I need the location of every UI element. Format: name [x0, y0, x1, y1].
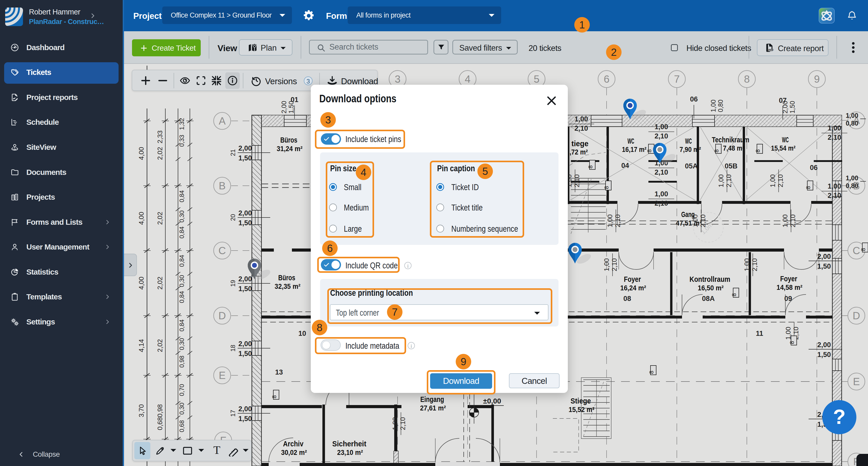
svg-text:4: 4 [465, 73, 470, 85]
svg-text:21: 21 [229, 149, 237, 156]
svg-text:2,10: 2,10 [399, 417, 407, 430]
svg-text:Gang: Gang [681, 210, 695, 219]
svg-text:1,00: 1,00 [655, 123, 668, 131]
svg-text:C: C [219, 245, 226, 256]
svg-text:16,50 m²: 16,50 m² [698, 284, 723, 292]
svg-text:2,10: 2,10 [789, 214, 797, 227]
svg-text:8: 8 [860, 248, 866, 251]
svg-text:1,00: 1,00 [717, 174, 725, 188]
svg-text:7,48 m²: 7,48 m² [723, 145, 745, 152]
svg-text:D: D [853, 310, 860, 321]
svg-text:27,61 m²: 27,61 m² [420, 404, 446, 412]
svg-text:15,52 m²: 15,52 m² [568, 406, 594, 413]
svg-text:1,00: 1,00 [846, 174, 859, 182]
svg-text:2,10: 2,10 [611, 258, 618, 272]
svg-text:Stiege: Stiege [571, 397, 591, 405]
svg-text:8: 8 [744, 73, 750, 85]
svg-text:0,33: 0,33 [178, 135, 185, 147]
svg-text:1,00: 1,00 [828, 124, 841, 132]
svg-text:A: A [219, 115, 226, 127]
svg-text:47,51 m²: 47,51 m² [676, 219, 702, 227]
svg-text:tiege: tiege [571, 139, 588, 148]
svg-text:1,50: 1,50 [239, 285, 252, 293]
svg-text:2,00: 2,00 [239, 145, 252, 152]
svg-text:1,50: 1,50 [817, 351, 831, 359]
svg-text:05A: 05A [685, 162, 698, 170]
svg-text:0,84: 0,84 [178, 226, 185, 239]
svg-text:2,10: 2,10 [655, 199, 668, 207]
svg-text:2,00: 2,00 [280, 101, 287, 114]
svg-text:Büros: Büros [280, 135, 297, 144]
svg-text:8: 8 [271, 395, 277, 398]
svg-text:Foyer: Foyer [624, 275, 641, 283]
svg-text:8: 8 [587, 165, 594, 168]
svg-text:3,70: 3,70 [137, 404, 145, 417]
svg-text:,72 m²: ,72 m² [570, 148, 588, 156]
svg-text:Büros: Büros [278, 273, 295, 282]
svg-text:7: 7 [674, 73, 680, 85]
svg-text:8: 8 [646, 149, 653, 152]
svg-text:Kontrollraum: Kontrollraum [689, 275, 730, 283]
svg-text:30,02 m²: 30,02 m² [281, 449, 307, 457]
svg-text:8: 8 [713, 149, 720, 152]
svg-text:16,24 m²: 16,24 m² [620, 284, 646, 292]
svg-text:8: 8 [805, 186, 811, 189]
svg-text:08: 08 [623, 295, 631, 303]
svg-text:3: 3 [395, 73, 400, 85]
svg-text:0,84: 0,84 [178, 255, 185, 267]
svg-text:1,00: 1,00 [743, 258, 751, 272]
svg-text:Foyer: Foyer [780, 274, 797, 283]
svg-text:2,10: 2,10 [725, 174, 733, 188]
svg-text:1,00: 1,00 [655, 190, 668, 198]
svg-text:Archiv: Archiv [283, 439, 304, 448]
svg-text:06: 06 [690, 95, 698, 103]
svg-text:04: 04 [621, 162, 629, 169]
svg-text:Technikraum: Technikraum [712, 135, 749, 144]
svg-text:WC: WC [627, 137, 634, 145]
svg-text:0,70: 0,70 [178, 384, 185, 396]
svg-text:1,00: 1,00 [846, 112, 859, 119]
svg-text:8: 8 [648, 371, 655, 374]
svg-text:0,80: 0,80 [846, 182, 859, 189]
svg-text:0,84: 0,84 [178, 291, 185, 303]
svg-text:19: 19 [229, 280, 237, 287]
svg-text:E: E [853, 376, 860, 387]
svg-text:2,02: 2,02 [156, 212, 164, 225]
svg-text:8: 8 [603, 186, 610, 189]
svg-text:18: 18 [229, 345, 237, 352]
svg-text:2,00: 2,00 [239, 405, 252, 413]
svg-text:4,00: 4,00 [137, 147, 145, 160]
svg-text:32,35 m²: 32,35 m² [275, 283, 301, 290]
svg-text:13: 13 [275, 368, 283, 376]
svg-text:08A: 08A [702, 295, 715, 303]
svg-text:14,58 m²: 14,58 m² [777, 284, 802, 291]
svg-text:1,50: 1,50 [239, 415, 252, 423]
svg-text:5: 5 [534, 73, 539, 85]
svg-text:7,90 m²: 7,90 m² [680, 146, 701, 153]
svg-text:2,02: 2,02 [156, 147, 164, 160]
svg-text:2,10: 2,10 [575, 125, 588, 132]
svg-text:15,54 m²: 15,54 m² [771, 145, 796, 152]
svg-text:9: 9 [814, 73, 820, 85]
svg-text:D: D [219, 310, 226, 321]
svg-text:WC: WC [685, 137, 692, 145]
svg-text:8: 8 [754, 149, 761, 152]
svg-text:6: 6 [604, 73, 610, 85]
svg-text:1,00: 1,00 [603, 258, 611, 272]
svg-text:1,50: 1,50 [239, 219, 252, 227]
svg-text:0,80: 0,80 [717, 100, 724, 112]
svg-text:31,24 m²: 31,24 m² [277, 145, 303, 153]
svg-text:C: C [853, 245, 860, 256]
svg-text:1,50: 1,50 [239, 154, 252, 162]
svg-text:16,17 m²: 16,17 m² [622, 146, 647, 153]
svg-text:11: 11 [756, 330, 764, 337]
svg-text:2,00: 2,00 [239, 340, 252, 348]
svg-text:2,10: 2,10 [655, 132, 668, 140]
svg-text:0,30: 0,30 [178, 403, 185, 415]
svg-text:2,33: 2,33 [156, 130, 164, 144]
svg-text:0,30: 0,30 [178, 275, 185, 287]
svg-text:8: 8 [789, 341, 795, 344]
svg-text:2,10: 2,10 [573, 174, 581, 188]
svg-text:4,14: 4,14 [137, 339, 145, 352]
svg-text:1,32: 1,32 [178, 118, 185, 130]
